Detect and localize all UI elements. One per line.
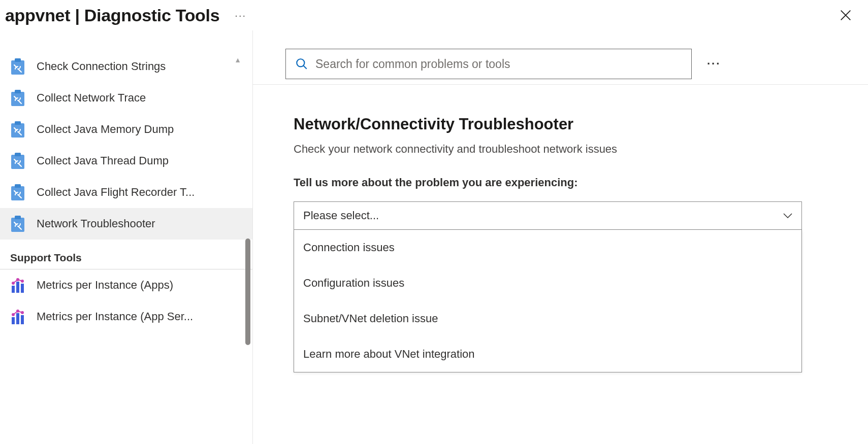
- sidebar-item-metrics-per-instance-app-service[interactable]: Metrics per Instance (App Ser...: [0, 301, 252, 332]
- dropdown-option-configuration-issues[interactable]: Configuration issues: [294, 265, 801, 301]
- sidebar: ▲ Check Connection Strings Collect Netwo…: [0, 30, 253, 444]
- main-title: Network/Connectivity Troubleshooter: [294, 115, 802, 133]
- tool-icon: [10, 215, 25, 232]
- search-box[interactable]: [285, 49, 692, 79]
- chart-icon: [10, 308, 25, 325]
- dropdown-option-connection-issues[interactable]: Connection issues: [294, 230, 801, 265]
- sidebar-item-label: Collect Java Thread Dump: [37, 154, 169, 167]
- search-icon: [295, 57, 308, 71]
- sidebar-item-label: Collect Java Memory Dump: [37, 123, 174, 136]
- sidebar-item-label: Collect Network Trace: [37, 91, 146, 105]
- sidebar-item-label: Metrics per Instance (App Ser...: [37, 310, 193, 323]
- dropdown-option-learn-more-vnet[interactable]: Learn more about VNet integration: [294, 336, 801, 372]
- page-header: appvnet | Diagnostic Tools ···: [0, 0, 868, 30]
- close-button[interactable]: [839, 8, 853, 22]
- sidebar-item-label: Collect Java Flight Recorder T...: [37, 186, 195, 199]
- sidebar-item-label: Network Troubleshooter: [37, 217, 155, 230]
- dropdown-toggle[interactable]: Please select...: [294, 201, 802, 230]
- tool-icon: [10, 184, 25, 201]
- tool-icon: [10, 152, 25, 169]
- chart-icon: [10, 277, 25, 294]
- dropdown-placeholder: Please select...: [303, 209, 379, 222]
- sidebar-item-label: Check Connection Strings: [37, 60, 166, 73]
- main-content: ··· Network/Connectivity Troubleshooter …: [253, 30, 868, 444]
- sidebar-item-collect-java-flight-recorder[interactable]: Collect Java Flight Recorder T...: [0, 177, 252, 208]
- tool-icon: [10, 89, 25, 107]
- sidebar-item-label: Metrics per Instance (Apps): [37, 279, 173, 292]
- tool-icon: [10, 58, 25, 75]
- problem-dropdown: Please select... Connection issues Confi…: [294, 201, 802, 372]
- scroll-up-arrow-icon[interactable]: ▲: [234, 56, 241, 64]
- sidebar-section-support-tools: Support Tools: [0, 243, 252, 269]
- sidebar-item-network-troubleshooter[interactable]: Network Troubleshooter: [0, 208, 252, 240]
- scrollbar-thumb[interactable]: [245, 238, 250, 345]
- dropdown-list: Connection issues Configuration issues S…: [294, 230, 802, 372]
- tool-icon: [10, 121, 25, 138]
- chevron-down-icon: [783, 213, 792, 218]
- search-input[interactable]: [315, 57, 682, 71]
- svg-point-10: [297, 59, 304, 66]
- search-more-button[interactable]: ···: [707, 57, 721, 71]
- page-title: appvnet | Diagnostic Tools: [5, 6, 219, 25]
- header-more-button[interactable]: ···: [235, 10, 246, 20]
- main-description: Check your network connectivity and trou…: [294, 143, 802, 156]
- sidebar-item-collect-java-memory-dump[interactable]: Collect Java Memory Dump: [0, 114, 252, 145]
- sidebar-item-collect-network-trace[interactable]: Collect Network Trace: [0, 82, 252, 114]
- dropdown-option-subnet-vnet-deletion[interactable]: Subnet/VNet deletion issue: [294, 301, 801, 336]
- problem-question-label: Tell us more about the problem you are e…: [294, 176, 802, 189]
- sidebar-item-metrics-per-instance-apps[interactable]: Metrics per Instance (Apps): [0, 269, 252, 301]
- sidebar-item-collect-java-thread-dump[interactable]: Collect Java Thread Dump: [0, 145, 252, 177]
- svg-line-11: [303, 65, 307, 69]
- sidebar-item-check-connection-strings[interactable]: Check Connection Strings: [0, 51, 252, 82]
- close-icon: [839, 8, 853, 22]
